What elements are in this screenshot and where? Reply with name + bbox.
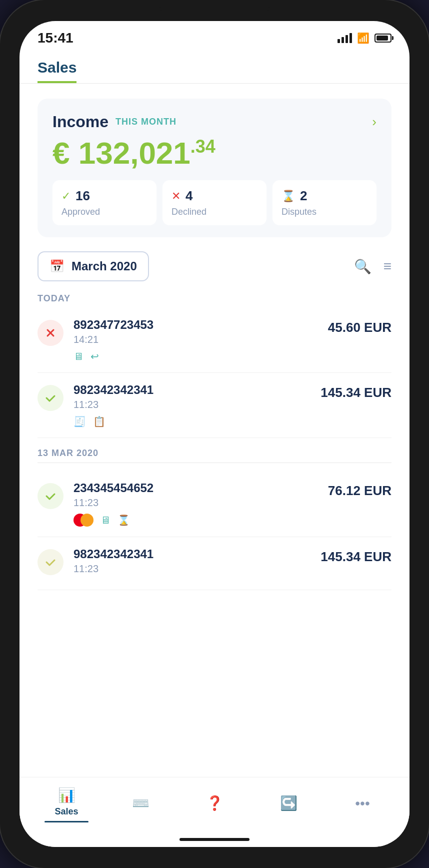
income-title: Income xyxy=(52,113,108,131)
stat-declined-top: ✕ 4 xyxy=(172,188,192,204)
stat-declined[interactable]: ✕ 4 Declined xyxy=(162,180,266,225)
nav-support[interactable]: ❓ xyxy=(178,795,252,814)
tx1-id: 892347723453 xyxy=(74,318,318,332)
tx3-details: 234345454652 11:23 🖥 ⌛ xyxy=(74,481,318,527)
tx3-amount: 76.12 EUR xyxy=(328,483,392,499)
income-card: Income THIS MONTH › € 132,021.34 ✓ 16 xyxy=(38,99,392,237)
phone-frame: 15:41 📶 Sales xyxy=(0,0,429,868)
disputes-count: 2 xyxy=(300,188,307,204)
pending-status-icon xyxy=(38,549,64,575)
tab-divider xyxy=(20,83,410,84)
app-content: Sales Income THIS MONTH › € 132,021.34 xyxy=(20,51,410,777)
transaction-item[interactable]: 982342342341 11:23 145.34 EUR xyxy=(38,537,392,590)
refund-icon: ↩ xyxy=(90,350,99,362)
more-nav-icon: ••• xyxy=(355,795,370,811)
stat-disputes-top: ⌛ 2 xyxy=(282,188,307,204)
declined-label: Declined xyxy=(172,207,206,217)
x-icon: ✕ xyxy=(172,190,180,203)
filter-icons: 🔍 ≡ xyxy=(354,258,392,275)
tx3-time: 11:23 xyxy=(74,497,318,509)
transaction-item[interactable]: 234345454652 11:23 🖥 ⌛ 76.12 EUR xyxy=(38,471,392,537)
tx1-amount: 45.60 EUR xyxy=(328,320,392,335)
stat-disputes[interactable]: ⌛ 2 Disputes xyxy=(272,180,376,225)
income-amount-cents: .34 xyxy=(190,136,216,157)
tab-header: Sales xyxy=(20,51,410,83)
declined-status-icon xyxy=(38,320,64,346)
date-text: March 2020 xyxy=(72,259,137,273)
separator-line xyxy=(38,463,392,463)
income-arrow-icon[interactable]: › xyxy=(372,114,376,130)
support-nav-icon: ❓ xyxy=(206,795,224,811)
approved-status-icon-2 xyxy=(38,483,64,509)
phone-screen: 15:41 📶 Sales xyxy=(20,21,410,847)
transaction-item[interactable]: 982342342341 11:23 🧾 📋 145.34 EUR xyxy=(38,373,392,438)
stats-row: ✓ 16 Approved ✕ 4 Declined xyxy=(52,180,376,225)
income-header: Income THIS MONTH › xyxy=(52,113,376,131)
terminal-nav-icon: ⌨️ xyxy=(132,795,150,811)
tx2-badges: 🧾 📋 xyxy=(74,415,310,427)
status-icons: 📶 xyxy=(338,32,392,44)
disputes-label: Disputes xyxy=(282,207,316,217)
search-icon[interactable]: 🔍 xyxy=(354,258,372,275)
tab-sales-label: Sales xyxy=(38,59,76,76)
approved-status-icon xyxy=(38,385,64,411)
status-time: 15:41 xyxy=(38,30,74,46)
transaction-list: 892347723453 14:21 🖥 ↩ 45.60 EUR xyxy=(20,308,410,777)
tx2-id: 982342342341 xyxy=(74,383,310,397)
wifi-icon: 📶 xyxy=(357,32,370,44)
tab-sales[interactable]: Sales xyxy=(38,59,76,83)
notch xyxy=(160,0,270,18)
income-period: THIS MONTH xyxy=(116,117,176,127)
home-bar xyxy=(180,838,250,841)
tx4-amount: 145.34 EUR xyxy=(320,549,392,565)
filter-icon[interactable]: ≡ xyxy=(384,258,392,274)
tx4-id: 982342342341 xyxy=(74,547,310,561)
date-selector[interactable]: 📅 March 2020 xyxy=(38,251,149,281)
tx4-time: 11:23 xyxy=(74,563,310,575)
note-icon: 📋 xyxy=(93,415,106,427)
tx2-time: 11:23 xyxy=(74,399,310,410)
nav-terminal[interactable]: ⌨️ xyxy=(104,795,178,814)
stat-approved[interactable]: ✓ 16 Approved xyxy=(52,180,156,225)
receipt-icon: 🧾 xyxy=(74,415,86,427)
check-circle-icon xyxy=(44,391,58,405)
pending-icon xyxy=(44,555,58,569)
sales-nav-icon: 📊 xyxy=(58,787,76,803)
stat-approved-top: ✓ 16 xyxy=(62,188,90,204)
income-title-group: Income THIS MONTH xyxy=(52,113,176,131)
battery-icon xyxy=(374,34,392,43)
nav-logout[interactable]: ↪️ xyxy=(252,795,326,814)
tx3-id: 234345454652 xyxy=(74,481,318,495)
tx1-badges: 🖥 ↩ xyxy=(74,350,318,362)
x-circle-icon xyxy=(44,326,58,340)
bottom-nav: 📊 Sales ⌨️ ❓ ↪️ ••• xyxy=(20,777,410,832)
tx2-details: 982342342341 11:23 🧾 📋 xyxy=(74,383,310,427)
tx2-amount: 145.34 EUR xyxy=(320,385,392,400)
declined-count: 4 xyxy=(186,188,192,204)
terminal-icon: 🖥 xyxy=(74,351,84,362)
dispute-icon: ⌛ xyxy=(118,514,130,526)
today-section-label: TODAY xyxy=(20,289,410,308)
tx1-time: 14:21 xyxy=(74,334,318,345)
terminal-icon-2: 🖥 xyxy=(100,515,110,526)
nav-more[interactable]: ••• xyxy=(326,795,400,814)
mastercard-icon xyxy=(74,514,94,527)
mar-section-label: 13 MAR 2020 xyxy=(38,438,392,463)
calendar-icon: 📅 xyxy=(50,259,64,273)
tx1-details: 892347723453 14:21 🖥 ↩ xyxy=(74,318,318,362)
nav-active-indicator xyxy=(44,821,89,822)
transaction-item[interactable]: 892347723453 14:21 🖥 ↩ 45.60 EUR xyxy=(38,308,392,373)
check-circle-icon-2 xyxy=(44,489,58,503)
income-amount: € 132,021.34 xyxy=(52,136,376,170)
signal-icon xyxy=(338,33,352,43)
income-amount-main: € 132,021 xyxy=(52,136,190,170)
hourglass-icon: ⌛ xyxy=(282,190,295,203)
date-filter-row: 📅 March 2020 🔍 ≡ xyxy=(20,247,410,289)
checkmark-icon: ✓ xyxy=(62,190,70,203)
logout-nav-icon: ↪️ xyxy=(280,795,298,811)
approved-count: 16 xyxy=(76,188,90,204)
approved-label: Approved xyxy=(62,207,100,217)
nav-sales[interactable]: 📊 Sales xyxy=(30,787,104,822)
status-bar: 15:41 📶 xyxy=(20,21,410,51)
tx3-badges: 🖥 ⌛ xyxy=(74,514,318,527)
